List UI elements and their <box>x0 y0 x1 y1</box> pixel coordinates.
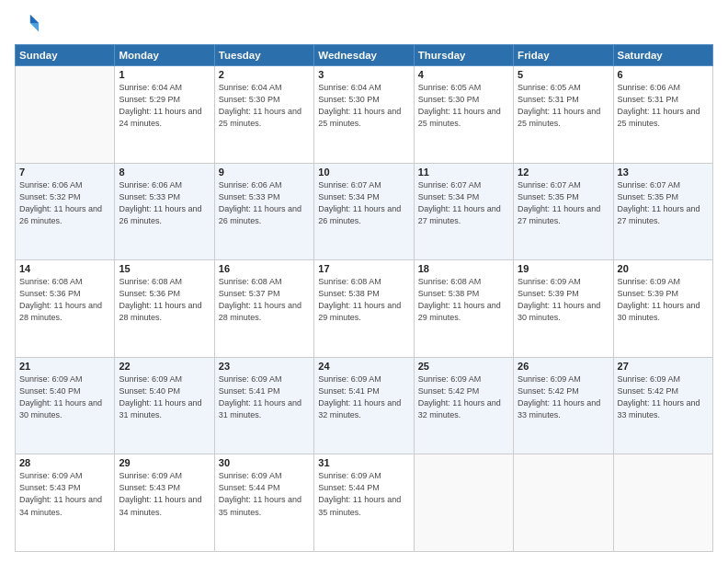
calendar-cell <box>613 454 712 552</box>
calendar-cell: 19Sunrise: 6:09 AMSunset: 5:39 PMDayligh… <box>514 260 613 358</box>
day-number: 13 <box>618 167 709 178</box>
day-detail: Sunrise: 6:09 AMSunset: 5:42 PMDaylight:… <box>518 373 609 421</box>
svg-marker-1 <box>30 23 39 31</box>
calendar-cell: 25Sunrise: 6:09 AMSunset: 5:42 PMDayligh… <box>414 357 513 454</box>
calendar-week-row: 28Sunrise: 6:09 AMSunset: 5:43 PMDayligh… <box>16 454 713 552</box>
day-detail: Sunrise: 6:07 AMSunset: 5:35 PMDaylight:… <box>618 179 709 227</box>
day-number: 8 <box>119 167 210 178</box>
day-number: 11 <box>418 167 509 178</box>
day-detail: Sunrise: 6:06 AMSunset: 5:33 PMDaylight:… <box>119 179 210 227</box>
day-number: 10 <box>318 167 409 178</box>
day-number: 26 <box>518 361 609 372</box>
calendar-header-row: SundayMondayTuesdayWednesdayThursdayFrid… <box>16 45 713 66</box>
calendar-cell: 6Sunrise: 6:06 AMSunset: 5:31 PMDaylight… <box>613 66 712 164</box>
calendar-cell: 20Sunrise: 6:09 AMSunset: 5:39 PMDayligh… <box>613 260 712 358</box>
day-number: 19 <box>518 263 609 274</box>
day-detail: Sunrise: 6:09 AMSunset: 5:42 PMDaylight:… <box>418 373 509 421</box>
calendar-cell: 28Sunrise: 6:09 AMSunset: 5:43 PMDayligh… <box>16 454 115 552</box>
calendar-cell <box>16 66 115 164</box>
day-detail: Sunrise: 6:09 AMSunset: 5:43 PMDaylight:… <box>19 470 110 518</box>
calendar-cell: 1Sunrise: 6:04 AMSunset: 5:29 PMDaylight… <box>115 66 214 164</box>
day-detail: Sunrise: 6:06 AMSunset: 5:31 PMDaylight:… <box>618 82 709 130</box>
calendar-cell: 27Sunrise: 6:09 AMSunset: 5:42 PMDayligh… <box>613 357 712 454</box>
day-detail: Sunrise: 6:05 AMSunset: 5:30 PMDaylight:… <box>418 82 509 130</box>
calendar-header-tuesday: Tuesday <box>214 45 313 66</box>
calendar-cell: 21Sunrise: 6:09 AMSunset: 5:40 PMDayligh… <box>16 357 115 454</box>
day-number: 5 <box>518 69 609 80</box>
calendar-cell: 17Sunrise: 6:08 AMSunset: 5:38 PMDayligh… <box>314 260 414 358</box>
calendar-header-saturday: Saturday <box>613 45 712 66</box>
calendar-cell <box>414 454 513 552</box>
calendar-cell: 5Sunrise: 6:05 AMSunset: 5:31 PMDaylight… <box>514 66 613 164</box>
day-number: 14 <box>19 263 110 274</box>
day-detail: Sunrise: 6:04 AMSunset: 5:30 PMDaylight:… <box>219 82 310 130</box>
logo-icon <box>15 11 40 37</box>
day-detail: Sunrise: 6:09 AMSunset: 5:39 PMDaylight:… <box>618 276 709 324</box>
day-detail: Sunrise: 6:09 AMSunset: 5:40 PMDaylight:… <box>19 373 110 421</box>
day-number: 25 <box>418 361 509 372</box>
day-number: 9 <box>219 167 310 178</box>
day-number: 21 <box>19 361 110 372</box>
calendar-week-row: 1Sunrise: 6:04 AMSunset: 5:29 PMDaylight… <box>16 66 713 164</box>
day-detail: Sunrise: 6:08 AMSunset: 5:37 PMDaylight:… <box>219 276 310 324</box>
day-number: 24 <box>318 361 409 372</box>
day-detail: Sunrise: 6:07 AMSunset: 5:34 PMDaylight:… <box>318 179 409 227</box>
day-detail: Sunrise: 6:04 AMSunset: 5:29 PMDaylight:… <box>119 82 210 130</box>
calendar-week-row: 21Sunrise: 6:09 AMSunset: 5:40 PMDayligh… <box>16 357 713 454</box>
day-number: 4 <box>418 69 509 80</box>
calendar-header-wednesday: Wednesday <box>314 45 414 66</box>
day-detail: Sunrise: 6:04 AMSunset: 5:30 PMDaylight:… <box>318 82 409 130</box>
calendar-cell: 4Sunrise: 6:05 AMSunset: 5:30 PMDaylight… <box>414 66 513 164</box>
calendar-cell: 31Sunrise: 6:09 AMSunset: 5:44 PMDayligh… <box>314 454 414 552</box>
calendar-cell: 23Sunrise: 6:09 AMSunset: 5:41 PMDayligh… <box>214 357 313 454</box>
day-number: 28 <box>19 457 110 468</box>
calendar-cell: 3Sunrise: 6:04 AMSunset: 5:30 PMDaylight… <box>314 66 414 164</box>
calendar-cell: 8Sunrise: 6:06 AMSunset: 5:33 PMDaylight… <box>115 163 214 260</box>
calendar-cell <box>514 454 613 552</box>
calendar-cell: 15Sunrise: 6:08 AMSunset: 5:36 PMDayligh… <box>115 260 214 358</box>
day-number: 31 <box>318 457 409 468</box>
day-number: 27 <box>618 361 709 372</box>
day-number: 22 <box>119 361 210 372</box>
calendar-cell: 26Sunrise: 6:09 AMSunset: 5:42 PMDayligh… <box>514 357 613 454</box>
day-detail: Sunrise: 6:09 AMSunset: 5:44 PMDaylight:… <box>219 470 310 518</box>
calendar-week-row: 14Sunrise: 6:08 AMSunset: 5:36 PMDayligh… <box>16 260 713 358</box>
page: SundayMondayTuesdayWednesdayThursdayFrid… <box>0 0 728 563</box>
day-detail: Sunrise: 6:06 AMSunset: 5:33 PMDaylight:… <box>219 179 310 227</box>
day-detail: Sunrise: 6:09 AMSunset: 5:41 PMDaylight:… <box>219 373 310 421</box>
calendar-cell: 30Sunrise: 6:09 AMSunset: 5:44 PMDayligh… <box>214 454 313 552</box>
day-detail: Sunrise: 6:09 AMSunset: 5:43 PMDaylight:… <box>119 470 210 518</box>
day-number: 2 <box>219 69 310 80</box>
day-detail: Sunrise: 6:07 AMSunset: 5:35 PMDaylight:… <box>518 179 609 227</box>
day-number: 16 <box>219 263 310 274</box>
day-number: 6 <box>618 69 709 80</box>
calendar-cell: 29Sunrise: 6:09 AMSunset: 5:43 PMDayligh… <box>115 454 214 552</box>
calendar-header-sunday: Sunday <box>16 45 115 66</box>
svg-marker-2 <box>18 15 30 32</box>
day-detail: Sunrise: 6:09 AMSunset: 5:40 PMDaylight:… <box>119 373 210 421</box>
day-detail: Sunrise: 6:08 AMSunset: 5:38 PMDaylight:… <box>418 276 509 324</box>
calendar-cell: 7Sunrise: 6:06 AMSunset: 5:32 PMDaylight… <box>16 163 115 260</box>
day-number: 30 <box>219 457 310 468</box>
calendar-cell: 2Sunrise: 6:04 AMSunset: 5:30 PMDaylight… <box>214 66 313 164</box>
day-detail: Sunrise: 6:08 AMSunset: 5:36 PMDaylight:… <box>119 276 210 324</box>
day-number: 12 <box>518 167 609 178</box>
calendar-cell: 24Sunrise: 6:09 AMSunset: 5:41 PMDayligh… <box>314 357 414 454</box>
day-detail: Sunrise: 6:09 AMSunset: 5:44 PMDaylight:… <box>318 470 409 518</box>
calendar-week-row: 7Sunrise: 6:06 AMSunset: 5:32 PMDaylight… <box>16 163 713 260</box>
calendar-table: SundayMondayTuesdayWednesdayThursdayFrid… <box>15 44 713 552</box>
day-detail: Sunrise: 6:09 AMSunset: 5:39 PMDaylight:… <box>518 276 609 324</box>
calendar-header-thursday: Thursday <box>414 45 513 66</box>
day-number: 23 <box>219 361 310 372</box>
calendar-cell: 12Sunrise: 6:07 AMSunset: 5:35 PMDayligh… <box>514 163 613 260</box>
day-detail: Sunrise: 6:05 AMSunset: 5:31 PMDaylight:… <box>518 82 609 130</box>
day-number: 18 <box>418 263 509 274</box>
calendar-cell: 10Sunrise: 6:07 AMSunset: 5:34 PMDayligh… <box>314 163 414 260</box>
calendar-cell: 14Sunrise: 6:08 AMSunset: 5:36 PMDayligh… <box>16 260 115 358</box>
day-number: 15 <box>119 263 210 274</box>
day-number: 17 <box>318 263 409 274</box>
day-detail: Sunrise: 6:08 AMSunset: 5:36 PMDaylight:… <box>19 276 110 324</box>
calendar-header-friday: Friday <box>514 45 613 66</box>
day-detail: Sunrise: 6:09 AMSunset: 5:41 PMDaylight:… <box>318 373 409 421</box>
calendar-cell: 18Sunrise: 6:08 AMSunset: 5:38 PMDayligh… <box>414 260 513 358</box>
